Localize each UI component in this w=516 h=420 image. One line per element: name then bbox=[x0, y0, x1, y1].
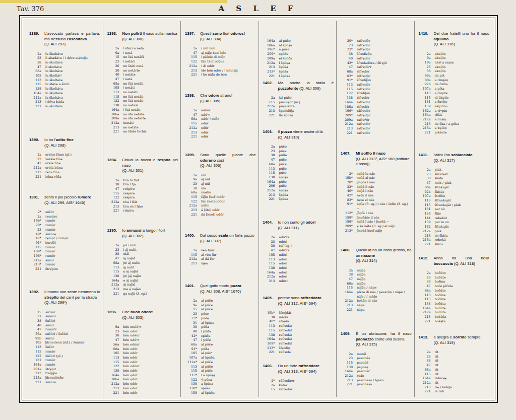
entry-head: 1392.Il nonno non sente nemmeno lo strep… bbox=[29, 290, 100, 300]
response-row: 115bočúte bbox=[419, 297, 490, 302]
response-row: 138odóri bbox=[263, 266, 334, 270]
dialect-form: bón ọdór bbox=[123, 373, 178, 378]
dialect-form: tíra lu flát bbox=[123, 178, 178, 183]
entry-1396: 1396.Che buon odore!(Q. ALI 303)9abón mu… bbox=[107, 310, 178, 395]
location-code: 47 bbox=[419, 181, 435, 185]
location-code: 186a bbox=[341, 105, 357, 109]
location-code: 138 bbox=[341, 365, 357, 370]
location-code: 113 bbox=[341, 83, 357, 87]
dialect-form: špúza bbox=[279, 197, 334, 201]
response-row: 138joǀ jáj naʃát bbox=[107, 274, 178, 278]
entry-number: 1399. bbox=[185, 153, 200, 163]
response-row: 47áj naʃát bbox=[107, 256, 178, 261]
dialect-form: l špúza bbox=[279, 74, 334, 79]
entry-title: Non pulirti il naso sulla manica bbox=[122, 31, 178, 37]
entry-number: 1393. bbox=[107, 31, 122, 37]
response-row: 115šfrankaját / plak bbox=[419, 203, 490, 207]
dialect-form: ǀnẹtáti bbox=[123, 121, 178, 125]
dialect-form: ʃmọká kuẹl náʃọ bbox=[357, 229, 412, 233]
dialect-form: ǀ netáči bbox=[123, 59, 178, 64]
location-code: 115 bbox=[263, 100, 279, 105]
location-code: 221 bbox=[29, 104, 45, 109]
dialect-form: bokúśa bbox=[435, 315, 490, 319]
entry-title: Dal cesso esala un forte puzzo bbox=[200, 233, 256, 239]
dialect-form: špúśa bbox=[279, 193, 334, 197]
dialect-form: ọdóri bbox=[279, 274, 334, 279]
dialect-form: no netárte bbox=[123, 68, 178, 73]
location-code: 47 bbox=[419, 363, 435, 368]
location-code: 23 bbox=[419, 275, 435, 280]
location-code: 213 bbox=[107, 204, 123, 209]
dialect-form: rumộr bbox=[45, 349, 100, 354]
entry-ref: (Q. ALI 315) bbox=[356, 342, 412, 347]
response-row: 113a čuṷíte bbox=[419, 91, 490, 96]
location-code: 213 bbox=[107, 287, 123, 292]
response-row: 47rumúᵘr bbox=[29, 327, 100, 332]
response-row: 68alu školtáve bbox=[29, 69, 100, 74]
dialect-form: akuįliṇ bbox=[435, 69, 490, 74]
response-row: 9aǀ netá bbox=[107, 51, 178, 55]
location-code: 23 bbox=[107, 329, 123, 334]
dialect-form: l špúṣa bbox=[279, 61, 334, 65]
entry-number: 1394. bbox=[107, 158, 122, 168]
response-row: 68arit bbox=[419, 368, 490, 372]
response-row: 38inɫóki bbox=[263, 315, 334, 320]
location-code: 80a bbox=[419, 78, 435, 83]
response-row: 113odóri bbox=[263, 257, 334, 262]
location-code: 221 bbox=[341, 131, 357, 135]
location-code: 212a bbox=[107, 200, 123, 204]
response-row: 2aakuįliṇ bbox=[419, 52, 490, 56]
entry-title: Il nonno non sente nemmeno lo strepito d… bbox=[44, 290, 100, 300]
entry-number: 1390. bbox=[29, 137, 44, 143]
response-row: 31šuṇšúr bbox=[29, 314, 100, 319]
dialect-form: ulái bbox=[123, 252, 178, 256]
location-code: 38 bbox=[107, 252, 123, 256]
response-row: 113no netáti bbox=[107, 90, 178, 95]
location-code: 122 bbox=[107, 195, 123, 200]
location-code: 107a bbox=[419, 194, 435, 198]
location-code: 38 bbox=[419, 359, 435, 363]
response-row: 221dá [kuel] odór bbox=[185, 213, 256, 217]
response-row: 213i dẹ́va báda bbox=[29, 100, 100, 104]
response-row: 186aal špúṣa bbox=[263, 43, 334, 48]
location-code: 212a bbox=[263, 104, 279, 109]
location-code: 92b bbox=[419, 190, 435, 194]
location-code: 38 bbox=[107, 182, 123, 187]
entry-1389: 1389.L'avvocato parlava e parlava, ma ne… bbox=[29, 31, 100, 109]
dialect-form: šušúri bbox=[45, 319, 100, 323]
dialect-form: i núl bón bbox=[201, 46, 256, 51]
dialect-form: lu školtáva bbox=[45, 87, 100, 91]
response-row: 2aorẹ́los fínos (pl.) bbox=[29, 153, 100, 157]
dialect-form: rumúᵘr bbox=[45, 327, 100, 332]
response-row: 213de škiśa bbox=[419, 234, 490, 238]
response-row: 122no štá netáti bbox=[107, 99, 178, 103]
dialect-form: rumúr bbox=[45, 228, 100, 232]
response-row: 68abočúte bbox=[419, 289, 490, 293]
response-row: 115al púśe bbox=[185, 369, 256, 373]
location-code: 215a bbox=[419, 238, 435, 242]
response-row: 212aáj naʃát bbox=[107, 283, 178, 287]
response-row: 38lo školtáva bbox=[29, 60, 100, 65]
location-code: 47 bbox=[263, 248, 279, 253]
dialect-form: bón odór bbox=[123, 382, 178, 386]
dialect-form: pusolẹnt (m.) bbox=[279, 100, 334, 105]
dialect-form: adúᵃrs bbox=[279, 235, 334, 240]
location-code: 189* bbox=[263, 341, 279, 346]
location-code: 206 bbox=[263, 184, 279, 188]
location-code: 138 bbox=[419, 302, 435, 306]
response-row: 38púða bbox=[185, 325, 256, 329]
column-2: 1393.Non pulirti il naso sulla manica(Q.… bbox=[103, 21, 181, 397]
dialect-form: nápa bbox=[357, 308, 412, 312]
dialect-form: rafredór bbox=[357, 43, 412, 48]
location-code: 212a bbox=[341, 374, 357, 378]
response-row: 213*rumộr bbox=[29, 262, 100, 267]
entry-1392: 1392.Il nonno non sente nemmeno lo strep… bbox=[29, 290, 100, 384]
location-code: 159 bbox=[185, 391, 201, 395]
dialect-form: bón odóur bbox=[123, 364, 178, 369]
response-row: 15al púče bbox=[185, 307, 256, 312]
dialect-form: par sú bbox=[435, 207, 490, 212]
response-row: 221štrẹ́pito bbox=[29, 267, 100, 271]
response-row: 212ašušūr bbox=[29, 258, 100, 263]
entry-title: Mi soffio il naso bbox=[356, 151, 412, 157]
dialect-form: naʃộṇ bbox=[357, 272, 412, 277]
